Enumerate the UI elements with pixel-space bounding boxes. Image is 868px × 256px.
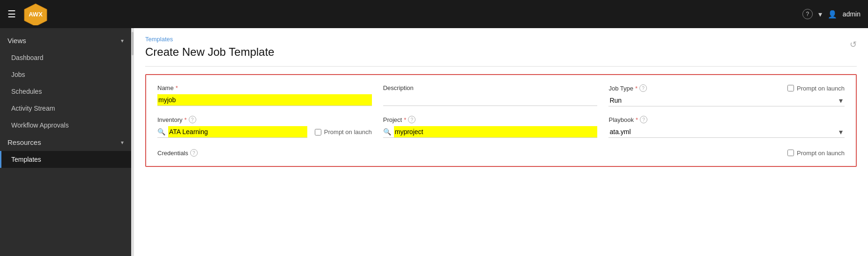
inventory-input-row: 🔍 Prompt on launch (157, 126, 372, 138)
breadcrumb[interactable]: Templates (145, 36, 274, 43)
sidebar-item-label: Dashboard (11, 54, 44, 61)
main-content: Templates Create New Job Template ↺ Name… (134, 28, 868, 256)
sidebar: Views ▾ Dashboard Jobs Schedules Activit… (0, 28, 131, 256)
credentials-prompt-on-launch: Prompt on launch (787, 150, 845, 157)
job-template-form: Name * Description (145, 74, 857, 167)
description-field-group: Description (383, 84, 598, 106)
topnav-right: ? ▾ 👤 admin (802, 9, 861, 19)
playbook-help-icon[interactable]: ? (640, 116, 647, 123)
project-label: Project * ? (383, 116, 598, 123)
inventory-prompt-label: Prompt on launch (324, 128, 372, 136)
playbook-select[interactable]: ata.yml (608, 126, 845, 137)
sidebar-resources-label: Resources (7, 138, 41, 146)
sidebar-views-section[interactable]: Views ▾ (0, 32, 131, 49)
project-search-wrapper: 🔍 (383, 126, 598, 138)
inventory-help-icon[interactable]: ? (189, 116, 196, 123)
page-title: Create New Job Template (145, 45, 274, 59)
inventory-field-group: Inventory * ? 🔍 Prompt on launch (157, 116, 372, 138)
awx-logo-text: AWX (29, 11, 43, 18)
sidebar-scroll-thumb (132, 32, 134, 55)
job-type-field-group: Job Type * ? Prompt on launch Run (608, 84, 845, 106)
job-type-select[interactable]: Run Check (608, 95, 845, 106)
credentials-help-icon[interactable]: ? (190, 149, 198, 157)
history-icon[interactable]: ↺ (850, 39, 857, 50)
app-layout: Views ▾ Dashboard Jobs Schedules Activit… (0, 28, 868, 256)
sidebar-item-label: Activity Stream (11, 105, 55, 112)
sidebar-views-label: Views (7, 37, 26, 45)
sidebar-item-templates[interactable]: Templates (0, 151, 131, 168)
inventory-label: Inventory * ? (157, 116, 372, 123)
sidebar-item-workflow-approvals[interactable]: Workflow Approvals (0, 117, 131, 134)
sidebar-views-chevron-icon: ▾ (121, 38, 124, 44)
job-type-prompt-on-launch: Prompt on launch (787, 85, 845, 92)
sidebar-item-schedules[interactable]: Schedules (0, 83, 131, 100)
hamburger-icon[interactable]: ☰ (7, 8, 16, 20)
project-help-icon[interactable]: ? (408, 116, 415, 123)
name-input[interactable] (157, 94, 372, 106)
job-type-required-star: * (635, 85, 638, 92)
name-label: Name * (157, 84, 372, 91)
job-type-select-wrapper: Run Check ▾ (608, 95, 845, 106)
description-label: Description (383, 84, 598, 91)
header-divider (145, 66, 857, 67)
description-input[interactable] (383, 94, 598, 106)
user-avatar-icon[interactable]: 👤 (828, 10, 837, 19)
main-inner: Templates Create New Job Template ↺ Name… (134, 28, 868, 182)
playbook-required-star: * (636, 116, 638, 123)
name-field-group: Name * (157, 84, 372, 106)
sidebar-item-label: Workflow Approvals (11, 121, 69, 129)
credentials-row: Credentials ? Prompt on launch (157, 147, 845, 157)
sidebar-item-dashboard[interactable]: Dashboard (0, 49, 131, 66)
job-type-prompt-checkbox[interactable] (787, 85, 794, 91)
sidebar-resources-section[interactable]: Resources ▾ (0, 134, 131, 151)
inventory-search-wrapper: 🔍 (157, 126, 307, 138)
form-row-2: Inventory * ? 🔍 Prompt on launch (157, 116, 845, 138)
sidebar-resources-chevron-icon: ▾ (121, 139, 124, 146)
playbook-select-wrapper: ata.yml ▾ (608, 126, 845, 138)
playbook-field-group: Playbook * ? ata.yml ▾ (608, 116, 845, 138)
project-input[interactable] (394, 126, 598, 137)
sidebar-item-label: Schedules (11, 88, 42, 95)
playbook-label: Playbook * ? (608, 116, 845, 123)
inventory-input[interactable] (168, 126, 307, 137)
project-search-icon: 🔍 (383, 128, 391, 136)
project-required-star: * (404, 116, 406, 123)
inventory-required-star: * (184, 116, 186, 123)
job-type-prompt-label: Prompt on launch (797, 85, 845, 92)
inventory-search-icon: 🔍 (157, 128, 165, 136)
dropdown-icon[interactable]: ▾ (818, 10, 822, 19)
topnav-left: ☰ AWX (7, 3, 48, 25)
top-navigation: ☰ AWX ? ▾ 👤 admin (0, 0, 868, 28)
name-required-star: * (176, 84, 178, 91)
sidebar-item-label: Templates (11, 156, 41, 163)
help-icon[interactable]: ? (802, 9, 813, 19)
sidebar-item-jobs[interactable]: Jobs (0, 66, 131, 83)
form-row-1: Name * Description (157, 84, 845, 106)
inventory-prompt-checkbox[interactable] (315, 129, 321, 136)
admin-username: admin (843, 10, 861, 18)
job-type-help-icon[interactable]: ? (639, 84, 647, 92)
credentials-prompt-label: Prompt on launch (797, 150, 845, 157)
project-field-group: Project * ? 🔍 (383, 116, 598, 138)
awx-logo[interactable]: AWX (23, 3, 48, 25)
credentials-label: Credentials ? (157, 149, 198, 157)
job-type-label: Job Type * ? (608, 84, 647, 92)
credentials-prompt-checkbox[interactable] (787, 150, 794, 156)
inventory-prompt-on-launch: Prompt on launch (315, 128, 372, 136)
sidebar-item-activity-stream[interactable]: Activity Stream (0, 100, 131, 117)
sidebar-item-label: Jobs (11, 71, 25, 78)
